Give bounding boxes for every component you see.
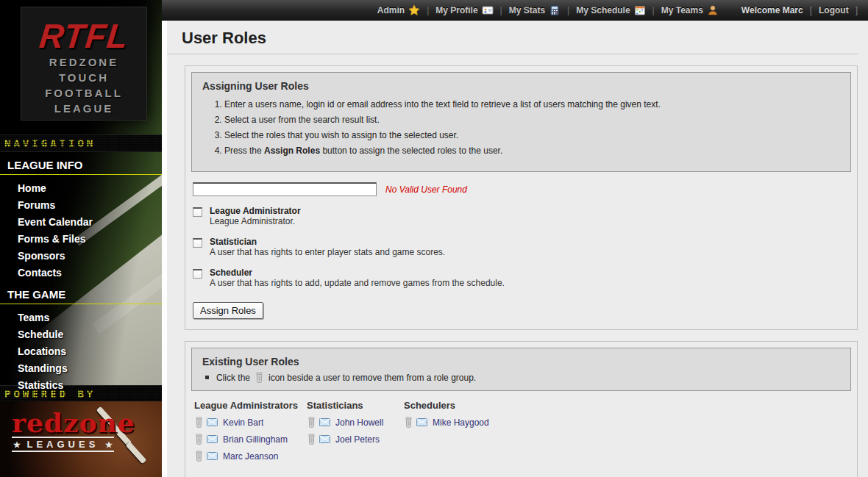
sidebar-item-statistics[interactable]: Statistics [0,376,162,393]
logo-line: LEAGUE [21,101,146,116]
topbar-item-my-stats[interactable]: My Stats [509,4,561,16]
remove-user-trash-icon[interactable] [307,417,316,428]
remove-user-trash-icon[interactable] [194,451,204,462]
group-schedulers: Schedulers Mike Haygood [404,400,489,467]
group-title: League Administrators [194,400,307,411]
leagues-label: LEAGUES [27,439,99,450]
group-title: Schedulers [404,400,489,411]
role-description: A user that has rights to add, update an… [210,278,505,289]
logo-line: FOOTBALL [21,85,146,101]
sidebar-item-schedule[interactable]: Schedule [0,326,162,342]
sidebar-item-sponsors[interactable]: Sponsors [0,247,162,264]
role-option-scheduler: Scheduler A user that has rights to add,… [193,268,851,289]
calculator-icon [549,4,561,16]
user-link[interactable]: Marc Jeanson [223,451,278,462]
user-link[interactable]: Brian Gillingham [223,434,288,445]
email-icon[interactable] [319,435,330,443]
separator: | [567,5,569,15]
calendar-icon [634,4,646,16]
user-link[interactable]: Kevin Bart [223,417,263,428]
assigning-instructions-panel: Assigning User Roles Enter a users name,… [191,72,851,172]
topbar-stats-label: My Stats [509,5,545,15]
sidebar-item-forms-files[interactable]: Forms & Files [0,230,162,247]
sidebar-item-standings[interactable]: Standings [0,359,162,376]
sidebar-item-locations[interactable]: Locations [0,342,162,359]
topbar-profile-label: My Profile [435,5,477,15]
group-title: Statisticians [307,400,404,411]
star-icon [408,4,420,16]
topbar: Admin | My Profile | My Stats | My Sched… [162,0,868,21]
step-3: Select the roles that you wish to assign… [224,130,840,140]
remove-user-trash-icon[interactable] [307,434,316,445]
statistician-checkbox[interactable] [193,238,202,248]
redzone-leagues-text: ★ LEAGUES ★ [12,437,114,452]
email-icon[interactable] [207,418,218,426]
logout-button[interactable]: Logout [819,5,849,15]
email-icon[interactable] [207,435,218,443]
email-icon[interactable] [319,418,330,426]
remove-user-trash-icon[interactable] [404,417,413,428]
star-icon: ★ [105,440,113,449]
user-row: Kevin Bart [194,417,307,428]
topbar-item-my-teams[interactable]: My Teams [661,4,719,16]
separator: | [500,5,502,15]
title-divider [167,54,858,54]
logo-line: REDZONE [21,54,146,70]
role-name: Statistician [210,237,445,247]
redzone-leagues-logo: redzone ★ LEAGUES ★ [12,409,135,452]
group-league-administrators: League Administrators Kevin Bart Brian G… [194,400,307,467]
role-description: League Administrator. [210,216,301,227]
user-row: Joel Peters [307,434,404,445]
bracket: ] [855,5,858,15]
existing-user-roles-section: Existing User Roles Click the icon besid… [185,341,858,477]
topbar-admin-label: Admin [377,5,405,15]
user-row: John Howell [307,417,404,428]
rtfl-logo: RTFL REDZONE TOUCH FOOTBALL LEAGUE [21,7,147,121]
bracket: [ [810,5,812,15]
step-4-text: button to assign the selected roles to t… [320,146,502,156]
remove-instruction-note: Click the icon beside a user to remove t… [205,372,840,383]
role-name: League Administrator [210,206,301,216]
sidebar: RTFL REDZONE TOUCH FOOTBALL LEAGUE NAVIG… [0,0,162,477]
topbar-item-my-profile[interactable]: My Profile [435,4,493,16]
step-4-bold: Assign Roles [264,146,320,156]
nav-section-the-game: THE GAME Teams Schedule Locations Standi… [0,285,162,393]
step-4: Press the Assign Roles button to assign … [224,146,840,156]
topbar-item-my-schedule[interactable]: My Schedule [576,4,645,16]
existing-heading: Existing User Roles [202,356,840,367]
trash-bin-icon [255,372,264,383]
user-search-input[interactable] [193,182,377,196]
powered-by-panel: redzone ★ LEAGUES ★ [0,401,162,477]
assign-roles-button[interactable]: Assign Roles [193,302,263,319]
sidebar-item-forums[interactable]: Forums [0,196,162,213]
email-icon[interactable] [207,452,218,460]
topbar-teams-label: My Teams [661,5,703,15]
user-link[interactable]: John Howell [335,417,383,428]
user-link[interactable]: Joel Peters [335,434,380,445]
separator: | [427,5,429,15]
topbar-schedule-label: My Schedule [576,5,630,15]
remove-user-trash-icon[interactable] [194,434,204,445]
group-statisticians: Statisticians John Howell Joel Peters [307,400,404,467]
step-4-text: Press the [224,146,264,156]
separator: | [652,5,655,15]
rtfl-logo-acronym: RTFL [19,18,148,54]
topbar-item-admin[interactable]: Admin [377,4,420,16]
app-window: RTFL REDZONE TOUCH FOOTBALL LEAGUE NAVIG… [0,0,868,477]
assigning-user-roles-section: Assigning User Roles Enter a users name,… [185,65,858,330]
remove-user-trash-icon[interactable] [194,417,204,428]
scheduler-checkbox[interactable] [193,269,202,279]
email-icon[interactable] [416,418,427,426]
sidebar-item-event-calendar[interactable]: Event Calendar [0,213,162,230]
user-link[interactable]: Mike Haygood [433,417,489,428]
sidebar-item-teams[interactable]: Teams [0,309,162,326]
vcard-icon [482,4,494,16]
main-content: User Roles Assigning User Roles Enter a … [162,21,868,477]
sidebar-item-contacts[interactable]: Contacts [0,264,162,281]
role-groups: League Administrators Kevin Bart Brian G… [191,391,851,472]
step-1: Enter a users name, login id or email ad… [224,99,840,110]
sidebar-item-home[interactable]: Home [0,179,162,196]
star-icon: ★ [13,440,21,449]
league-administrator-checkbox[interactable] [193,207,202,217]
user-search-row: No Valid User Found [193,182,851,196]
